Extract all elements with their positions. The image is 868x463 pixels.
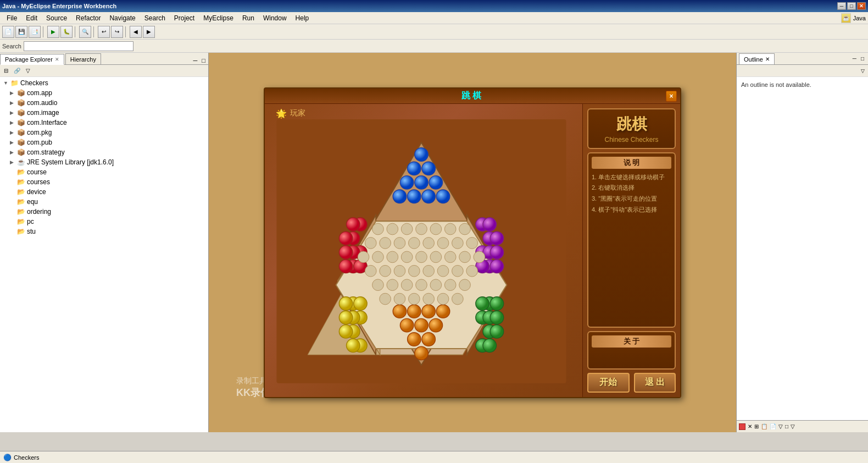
save-btn[interactable]: 💾 xyxy=(15,26,27,38)
about-header: 关 于 xyxy=(592,335,671,348)
svg-point-96 xyxy=(474,251,485,263)
console-btn5[interactable]: ▽ xyxy=(778,423,783,429)
outline-close[interactable]: ✕ xyxy=(765,56,770,62)
svg-point-114 xyxy=(408,293,420,305)
menu-navigate[interactable]: Navigate xyxy=(105,13,140,23)
svg-point-115 xyxy=(423,293,435,305)
menu-myeclipse[interactable]: MyEclipse xyxy=(199,13,238,23)
tree-com-strategy[interactable]: ▶ 📦 com.strategy xyxy=(1,147,207,157)
console-btn7[interactable]: ▽ xyxy=(791,423,795,429)
panel-menu-btn[interactable]: ▽ xyxy=(23,66,33,76)
forward-btn[interactable]: ▶ xyxy=(143,26,155,38)
outline-maximize[interactable]: □ xyxy=(859,55,866,62)
svg-point-92 xyxy=(416,251,427,263)
outline-menu-btn[interactable]: ▽ xyxy=(858,67,867,75)
save-all-btn[interactable]: 📑 xyxy=(29,26,41,38)
console-btn6[interactable]: □ xyxy=(785,423,788,429)
undo-btn[interactable]: ↩ xyxy=(98,26,110,38)
menu-run[interactable]: Run xyxy=(238,13,259,23)
svg-point-78 xyxy=(444,223,456,235)
menu-file[interactable]: File xyxy=(2,13,21,23)
package-icon: 📦 xyxy=(16,148,25,157)
tab-package-explorer[interactable]: Package Explorer ✕ xyxy=(0,54,64,65)
minimize-button[interactable]: ─ xyxy=(837,2,846,10)
outline-panel-header: Outline ✕ ─ □ xyxy=(737,53,868,65)
folder-icon: 📂 xyxy=(16,207,25,216)
run-btn[interactable]: ▶ xyxy=(47,26,59,38)
svg-point-87 xyxy=(466,237,478,249)
back-btn[interactable]: ◀ xyxy=(130,26,142,38)
svg-point-105 xyxy=(372,279,384,290)
expand-arrow: ▶ xyxy=(10,159,16,165)
tree-equ[interactable]: 📂 equ xyxy=(1,197,207,207)
package-icon: 📦 xyxy=(16,138,25,147)
svg-point-50 xyxy=(347,339,360,352)
console-btn3[interactable]: 📋 xyxy=(761,423,767,429)
tree-com-image[interactable]: ▶ 📦 com.image xyxy=(1,108,207,118)
tree-jre[interactable]: ▶ ☕ JRE System Library [jdk1.6.0] xyxy=(1,157,207,167)
svg-point-75 xyxy=(401,223,413,235)
folder-icon: 📂 xyxy=(16,188,25,196)
exit-button[interactable]: 退 出 xyxy=(634,373,676,393)
tree-ordering[interactable]: 📂 ordering xyxy=(1,207,207,217)
console-btn4[interactable]: 📄 xyxy=(770,423,776,429)
stop-btn[interactable] xyxy=(739,423,745,430)
outline-content: An outline is not available. xyxy=(737,77,868,420)
console-btn1[interactable]: ✕ xyxy=(748,423,752,429)
tree-course[interactable]: 📂 course xyxy=(1,167,207,177)
center-panel: 录制工具 KK录像机 跳棋 × 🌟 玩家 xyxy=(209,53,736,432)
link-btn[interactable]: 🔗 xyxy=(12,66,22,76)
tab-hierarchy[interactable]: Hierarchy xyxy=(65,53,101,64)
java-perspective-btn[interactable]: ☕ xyxy=(841,13,851,23)
maximize-button[interactable]: □ xyxy=(847,2,856,10)
close-button[interactable]: ✕ xyxy=(857,2,866,10)
new-btn[interactable]: 📄 xyxy=(2,26,14,38)
collapse-all-btn[interactable]: ⊟ xyxy=(1,66,11,76)
tree-com-interface[interactable]: ▶ 📦 com.Interface xyxy=(1,118,207,128)
panel-maximize[interactable]: □ xyxy=(200,57,207,64)
menu-search[interactable]: Search xyxy=(140,13,170,23)
outline-tab[interactable]: Outline ✕ xyxy=(739,53,775,64)
panel-minimize[interactable]: ─ xyxy=(192,57,199,64)
instructions-header: 说 明 xyxy=(592,157,671,169)
search-btn[interactable]: 🔍 xyxy=(79,26,91,38)
tree-courses[interactable]: 📂 courses xyxy=(1,177,207,187)
debug-btn[interactable]: 🐛 xyxy=(60,26,73,38)
svg-point-32 xyxy=(339,245,352,258)
tree-device[interactable]: 📂 device xyxy=(1,187,207,197)
search-input[interactable] xyxy=(24,41,133,51)
tree-com-pkg[interactable]: ▶ 📦 com.pkg xyxy=(1,128,207,137)
outline-minimize[interactable]: ─ xyxy=(851,55,858,62)
tree-stu[interactable]: 📂 stu xyxy=(1,227,207,236)
tree-com-app[interactable]: ▶ 📦 com.app xyxy=(1,88,207,98)
expand-arrow: ▶ xyxy=(10,100,16,106)
menu-refactor[interactable]: Refactor xyxy=(71,13,105,23)
console-btn2[interactable]: ⊞ xyxy=(754,423,759,429)
game-title-bar: 跳棋 × xyxy=(265,89,680,104)
svg-point-18 xyxy=(429,175,442,189)
svg-point-20 xyxy=(408,190,421,203)
svg-point-30 xyxy=(347,217,360,230)
menu-source[interactable]: Source xyxy=(42,13,71,23)
tree-pc[interactable]: 📂 pc xyxy=(1,217,207,227)
tab-close-package[interactable]: ✕ xyxy=(55,57,59,62)
project-icon: 📁 xyxy=(10,79,19,87)
svg-point-70 xyxy=(408,304,421,317)
redo-btn[interactable]: ↪ xyxy=(111,26,123,38)
tree-com-pub[interactable]: ▶ 📦 com.pub xyxy=(1,137,207,147)
tree-root-checkers[interactable]: ▼ 📁 Checkers xyxy=(1,78,207,88)
folder-icon: 📂 xyxy=(16,178,25,186)
start-button[interactable]: 开始 xyxy=(587,373,630,393)
svg-point-86 xyxy=(452,237,464,249)
game-close-button[interactable]: × xyxy=(666,91,677,102)
player-icon: 🌟 xyxy=(276,108,287,119)
menu-project[interactable]: Project xyxy=(170,13,199,23)
expand-arrow: ▶ xyxy=(10,120,16,125)
menu-edit[interactable]: Edit xyxy=(21,13,42,23)
console-area: ✕ ⊞ 📋 📄 ▽ □ ▽ xyxy=(737,420,868,432)
package-icon: 📦 xyxy=(16,118,25,127)
menu-help[interactable]: Help xyxy=(291,13,314,23)
tree-com-audio[interactable]: ▶ 📦 com.audio xyxy=(1,98,207,108)
svg-point-51 xyxy=(354,296,367,310)
menu-window[interactable]: Window xyxy=(259,13,291,23)
